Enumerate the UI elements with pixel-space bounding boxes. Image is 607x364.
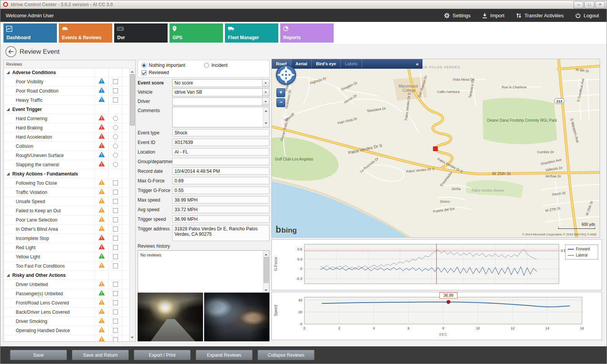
review-item-row[interactable]: Slapping the camera!! <box>4 160 130 169</box>
comments-textarea[interactable] <box>172 107 269 127</box>
review-item-row[interactable]: Front/Road Lens Covered! <box>4 298 130 308</box>
review-item-row[interactable]: Driver Unbelted! <box>4 280 130 289</box>
review-checkbox[interactable] <box>113 309 118 314</box>
review-checkbox[interactable] <box>113 217 118 222</box>
review-item-row[interactable]: Yellow Light! <box>4 252 130 261</box>
review-item-row[interactable]: ! <box>4 335 130 341</box>
incident-radio[interactable]: Incident <box>204 63 228 68</box>
review-item-row[interactable]: Unsafe Speed! <box>4 197 130 206</box>
review-item-row[interactable]: Too Fast For Conditions! <box>4 261 130 271</box>
review-item-row[interactable]: Hard Acceleration! <box>4 132 130 142</box>
review-checkbox[interactable] <box>113 245 118 250</box>
scrollbar-down-icon[interactable] <box>130 336 135 341</box>
review-checkbox[interactable] <box>113 208 118 213</box>
trigger-speed-field[interactable]: 36.99 MPH <box>172 215 269 223</box>
event-type-field[interactable]: Shock <box>172 129 269 136</box>
review-checkbox[interactable] <box>113 236 118 241</box>
tab-events-reviews[interactable]: Events & Reviews <box>59 23 112 43</box>
tab-dashboard[interactable]: Dashboard <box>3 23 57 43</box>
review-item-row[interactable]: Operating Handled Device! <box>4 326 130 335</box>
driver-select[interactable] <box>172 98 269 106</box>
review-checkbox[interactable] <box>113 88 118 93</box>
scrollbar-thumb[interactable] <box>264 257 269 283</box>
review-checkbox[interactable] <box>113 79 118 84</box>
tab-fleet-manager[interactable]: Fleet Manager <box>225 23 278 43</box>
menubar-settings-button[interactable]: Settings <box>444 13 471 18</box>
record-date-field[interactable]: 10/4/2014 4:48:54 PM <box>172 167 269 175</box>
event-id-field[interactable]: X017639 <box>172 139 269 146</box>
location-field[interactable]: Al - FL <box>172 148 269 156</box>
review-group-row[interactable]: Risky Actions - Fundamentals <box>4 169 130 179</box>
scrollbar-up-icon[interactable] <box>263 251 269 256</box>
review-item-row[interactable]: Traffic Violation! <box>4 188 130 197</box>
max-g-force-field[interactable]: 0.69 <box>172 177 269 184</box>
review-radio[interactable] <box>113 125 118 130</box>
tree-expand-icon[interactable] <box>7 172 10 175</box>
review-group-row[interactable]: Adverse Conditions <box>4 68 130 77</box>
review-checkbox[interactable] <box>113 337 118 341</box>
review-item-row[interactable]: Hard Braking! <box>4 123 130 132</box>
reviews-scrollbar[interactable] <box>129 68 135 341</box>
expand-reviews-button[interactable]: Expand Reviews <box>196 350 253 360</box>
map-view-bird-s-eye[interactable]: Bird's eye <box>312 59 341 69</box>
close-button[interactable]: × <box>595 1 605 8</box>
scrollbar-thumb[interactable] <box>130 74 135 126</box>
minimize-button[interactable]: – <box>574 1 584 8</box>
tab-reports[interactable]: Reports <box>280 23 334 43</box>
tree-expand-icon[interactable] <box>7 274 10 277</box>
review-item-row[interactable]: Incomplete Stop! <box>4 234 130 243</box>
zoom-in-button[interactable]: + <box>276 88 285 97</box>
review-item-row[interactable]: Heavy Traffic! <box>4 96 130 105</box>
review-checkbox[interactable] <box>113 227 118 232</box>
group-department-field[interactable] <box>172 158 269 165</box>
review-radio[interactable] <box>113 134 118 139</box>
save-and-return-button[interactable]: Save and Return <box>72 350 129 360</box>
back-button[interactable] <box>5 46 17 57</box>
review-radio[interactable] <box>113 116 118 121</box>
review-checkbox[interactable] <box>113 263 118 268</box>
review-item-row[interactable]: Driver Smoking! <box>4 317 130 326</box>
review-item-row[interactable]: Hard Cornering! <box>4 114 130 123</box>
review-checkbox[interactable] <box>113 282 118 287</box>
reviews-history-scrollbar[interactable] <box>263 251 269 294</box>
export-print-button[interactable]: Export / Print <box>134 350 191 360</box>
map-panel[interactable]: EAST RANCHO PALOS VERDESMarymountCollege… <box>271 59 600 238</box>
front-camera-thumbnail[interactable] <box>138 293 203 341</box>
review-item-row[interactable]: Collision! <box>4 142 130 151</box>
review-checkbox[interactable] <box>113 98 118 103</box>
map-collapse-button[interactable]: « <box>412 61 422 67</box>
review-group-row[interactable]: Event Trigger <box>4 105 130 114</box>
review-checkbox[interactable] <box>113 319 118 324</box>
review-item-row[interactable]: Passenger(s) Unbelted! <box>4 289 130 298</box>
event-score-select[interactable]: No score <box>172 79 269 87</box>
trigger-address-field[interactable]: 31828 Palos Verdes Dr E, Rancho Palos Ve… <box>172 225 269 241</box>
review-group-row[interactable]: Risky and Other Actions <box>4 271 130 280</box>
reviews-history-list[interactable]: No reviews <box>138 250 269 295</box>
scrollbar-up-icon[interactable] <box>130 68 135 74</box>
nothing-important-radio[interactable]: Nothing important <box>141 63 185 68</box>
review-radio[interactable] <box>113 153 118 158</box>
max-speed-field[interactable]: 38.99 MPH <box>172 196 269 204</box>
review-radio[interactable] <box>113 162 118 167</box>
tree-expand-icon[interactable] <box>7 108 10 111</box>
map-compass-control[interactable] <box>276 65 296 87</box>
review-item-row[interactable]: Following Too Close! <box>4 179 130 188</box>
map-canvas[interactable]: EAST RANCHO PALOS VERDESMarymountCollege… <box>272 59 600 237</box>
review-checkbox[interactable] <box>113 254 118 259</box>
tab-gps[interactable]: GPS <box>170 23 223 43</box>
tab-dvr[interactable]: Dvr <box>114 23 168 43</box>
review-checkbox[interactable] <box>113 190 118 195</box>
review-item-row[interactable]: In Other's Blind Area! <box>4 225 130 234</box>
review-checkbox[interactable] <box>113 199 118 204</box>
review-item-row[interactable]: Rough/Uneven Surface! <box>4 151 130 160</box>
save-button[interactable]: Save <box>10 350 67 360</box>
menubar-import-button[interactable]: Import <box>482 13 504 18</box>
review-radio[interactable] <box>113 144 118 149</box>
zoom-out-button[interactable]: − <box>276 98 285 107</box>
review-item-row[interactable]: Poor Visibility! <box>4 77 130 86</box>
avg-speed-field[interactable]: 33.72 MPH <box>172 206 269 213</box>
review-checkbox[interactable] <box>113 291 118 296</box>
review-item-row[interactable]: Poor Lane Selection! <box>4 215 130 225</box>
reviewed-checkbox[interactable]: Reviewed <box>141 70 169 75</box>
collapse-reviews-button[interactable]: Collapse Reviews <box>258 350 314 360</box>
